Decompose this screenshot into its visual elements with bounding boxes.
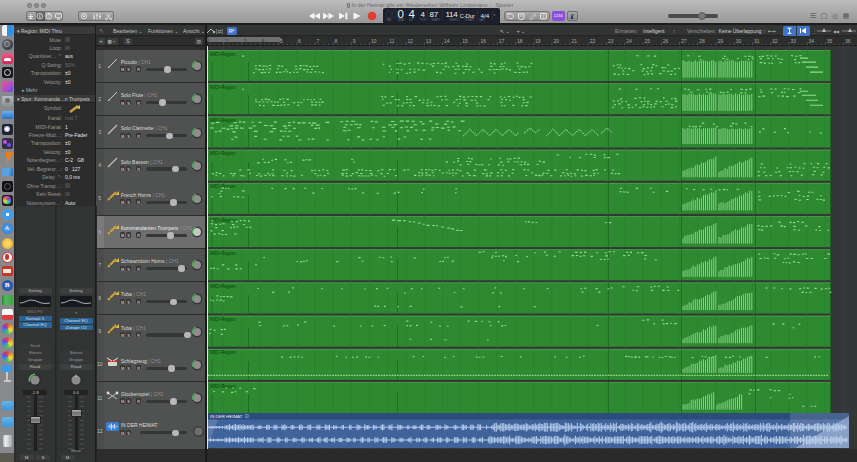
svg-text:MIDI-Region: MIDI-Region xyxy=(210,317,236,322)
svg-text:MIDI-Region: MIDI-Region xyxy=(210,184,236,189)
svg-text:MIDI-Region: MIDI-Region xyxy=(210,151,236,156)
svg-text:MIDI-Region: MIDI-Region xyxy=(210,52,236,57)
svg-text:MIDI-Region: MIDI-Region xyxy=(210,118,236,123)
svg-text:1: 1 xyxy=(542,14,545,19)
svg-text:MIDI-Region: MIDI-Region xyxy=(210,85,236,90)
svg-text:MIDI-Region: MIDI-Region xyxy=(210,284,236,289)
svg-text:MIDI-Region: MIDI-Region xyxy=(210,251,236,256)
svg-text:IN DER HEIMAT ⓘ: IN DER HEIMAT ⓘ xyxy=(210,414,250,419)
svg-text:MIDI-Region: MIDI-Region xyxy=(210,350,236,355)
